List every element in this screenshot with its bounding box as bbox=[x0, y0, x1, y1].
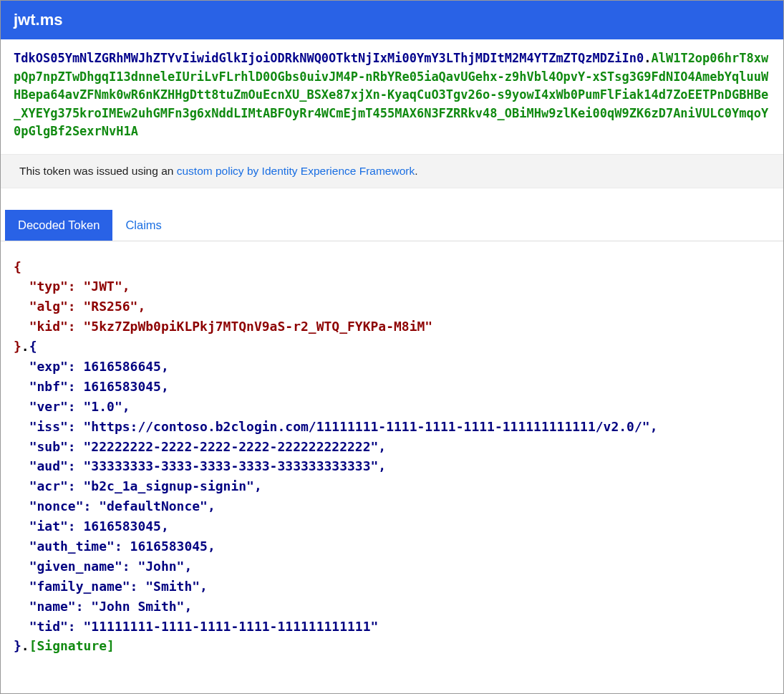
token-header-segment: TdkOS05YmNlZGRhMWJhZTYvIiwidGlkIjoiODRkN… bbox=[14, 51, 644, 65]
tab-decoded-token[interactable]: Decoded Token bbox=[5, 210, 112, 241]
decoded-token-panel: { "typ": "JWT", "alg": "RS256", "kid": "… bbox=[1, 241, 783, 664]
tab-claims[interactable]: Claims bbox=[112, 210, 174, 241]
issuer-policy-link[interactable]: custom policy by Identity Experience Fra… bbox=[177, 165, 415, 177]
decoded-payload-json: { "exp": 1616586645, "nbf": 1616583045, … bbox=[14, 339, 657, 653]
decoded-dot-1: . bbox=[21, 339, 29, 354]
issuer-info-bar: This token was issued using an custom po… bbox=[1, 154, 783, 188]
decoded-dot-2: . bbox=[21, 638, 29, 653]
token-dot: . bbox=[644, 51, 651, 65]
page-header: jwt.ms bbox=[1, 1, 783, 39]
issuer-info-suffix: . bbox=[415, 165, 417, 177]
tabs-container: Decoded Token Claims { "typ": "JWT", "al… bbox=[1, 210, 783, 664]
issuer-info-prefix: This token was issued using an bbox=[19, 165, 177, 177]
raw-token-area: TdkOS05YmNlZGRhMWJhZTYvIiwidGlkIjoiODRkN… bbox=[1, 39, 783, 154]
decoded-header-json: { "typ": "JWT", "alg": "RS256", "kid": "… bbox=[14, 259, 432, 355]
tab-bar: Decoded Token Claims bbox=[1, 210, 783, 241]
decoded-signature-label: [Signature] bbox=[29, 638, 115, 653]
page-title: jwt.ms bbox=[14, 11, 62, 29]
